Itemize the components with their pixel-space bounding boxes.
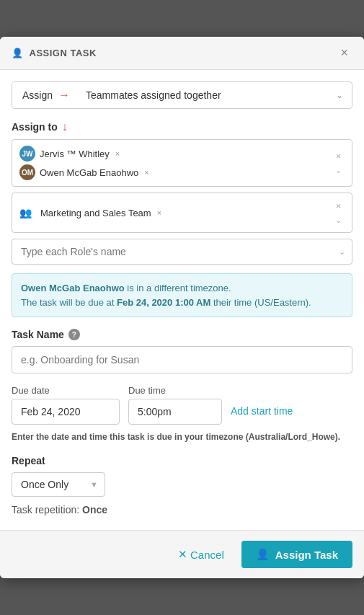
remove-owen-button[interactable]: ×: [144, 168, 148, 177]
due-date-input[interactable]: [12, 399, 120, 425]
modal-title: 👤 ASSIGN TASK: [12, 48, 97, 58]
due-time-label: Due time: [128, 385, 222, 396]
avatar-jervis: JW: [19, 146, 35, 162]
remove-jervis-button[interactable]: ×: [115, 149, 120, 158]
assign-task-button[interactable]: 👤 Assign Task: [241, 541, 352, 568]
role-input-chevron-icon[interactable]: ⌄: [339, 247, 345, 257]
team-icon: 👥: [19, 207, 32, 218]
help-icon[interactable]: ?: [68, 329, 80, 340]
role-input[interactable]: [12, 239, 352, 265]
role-input-wrapper: ⌄: [12, 239, 352, 265]
assign-type-chevron-icon[interactable]: ⌄: [327, 84, 352, 107]
due-date-label: Due date: [12, 385, 120, 396]
repeat-select[interactable]: Once Only Daily Weekly Monthly Yearly: [12, 472, 105, 497]
team-box-clear-button[interactable]: ×: [333, 199, 345, 213]
assign-label: Assign →: [12, 82, 80, 108]
close-button[interactable]: ×: [336, 44, 352, 62]
team-tag: 👥 Marketing and Sales Team ×: [19, 207, 327, 218]
assignee-tag-owen: OM Owen McGab Enaohwo ×: [19, 164, 327, 180]
people-assignee-box: JW Jervis ™ Whitley × OM Owen McGab Enao…: [12, 139, 352, 187]
assign-to-label: Assign to ↓: [12, 120, 352, 133]
assignees-list: JW Jervis ™ Whitley × OM Owen McGab Enao…: [19, 146, 327, 180]
assign-type-value: Teammates assigned together: [80, 83, 327, 107]
repeat-label: Repeat: [12, 455, 352, 466]
cancel-button[interactable]: ✕ Cancel: [169, 542, 233, 567]
due-date-group: Due date: [12, 385, 120, 425]
modal-body: Assign → Teammates assigned together ⌄ A…: [0, 70, 364, 530]
user-icon: 👤: [12, 48, 24, 58]
repeat-select-wrapper: Once Only Daily Weekly Monthly Yearly ▼: [12, 472, 105, 497]
add-start-time-button[interactable]: Add start time: [231, 405, 293, 417]
timezone-hint: Enter the date and time this task is due…: [12, 430, 352, 443]
timezone-notice: Owen McGab Enaohwo is in a different tim…: [12, 273, 352, 317]
modal-scroll-area: Assign → Teammates assigned together ⌄ A…: [0, 70, 364, 530]
team-box-actions: × ⌄: [332, 199, 345, 226]
down-arrow-icon: ↓: [62, 120, 68, 133]
assign-task-icon: 👤: [256, 548, 270, 561]
date-time-row: Due date Due time Add start time: [12, 385, 352, 425]
assignee-tag-jervis: JW Jervis ™ Whitley ×: [19, 146, 327, 162]
assign-task-modal: 👤 ASSIGN TASK × Assign → Teammates assig…: [0, 37, 364, 578]
people-box-clear-button[interactable]: ×: [333, 149, 345, 163]
task-name-label: Task Name ?: [12, 329, 352, 340]
teams-list: 👥 Marketing and Sales Team ×: [19, 207, 327, 218]
modal-footer: ✕ Cancel 👤 Assign Task: [0, 530, 364, 578]
people-box-expand-button[interactable]: ⌄: [332, 164, 345, 177]
avatar-owen: OM: [19, 164, 35, 180]
assign-type-selector[interactable]: Assign → Teammates assigned together ⌄: [12, 81, 352, 109]
team-box-expand-button[interactable]: ⌄: [332, 214, 345, 226]
modal-header: 👤 ASSIGN TASK ×: [0, 37, 364, 70]
team-assignee-box: 👥 Marketing and Sales Team × × ⌄: [12, 193, 352, 233]
task-repetition-text: Task repetition: Once: [12, 504, 352, 516]
due-time-group: Due time: [128, 385, 222, 425]
arrow-right-icon: →: [58, 89, 70, 102]
task-name-input[interactable]: [12, 346, 352, 373]
people-box-actions: × ⌄: [332, 149, 345, 177]
due-time-input[interactable]: [128, 399, 222, 425]
remove-team-button[interactable]: ×: [157, 208, 161, 217]
